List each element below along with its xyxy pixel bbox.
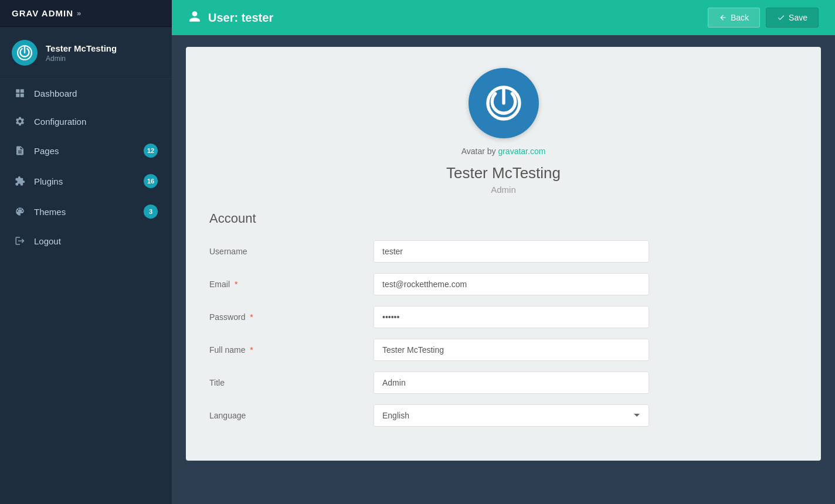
pages-icon bbox=[14, 145, 26, 156]
logout-icon bbox=[14, 235, 26, 247]
email-required-star: * bbox=[232, 280, 237, 289]
sidebar-item-dashboard[interactable]: Dashboard bbox=[0, 79, 172, 107]
password-row: Password * bbox=[209, 306, 797, 328]
language-row: Language EnglishFrenchGermanSpanish bbox=[209, 404, 797, 427]
main-area: User: tester Back Save bbox=[172, 0, 835, 504]
sidebar-item-label: Logout bbox=[34, 236, 61, 246]
gravatar-link[interactable]: gravatar.com bbox=[498, 147, 545, 156]
account-section: Account UsernameEmail *Password *Full na… bbox=[209, 211, 797, 427]
user-display-name: Tester McTesting bbox=[446, 164, 561, 182]
username-row: Username bbox=[209, 240, 797, 263]
title-row: Title bbox=[209, 372, 797, 394]
back-button[interactable]: Back bbox=[708, 8, 760, 28]
sidebar-item-label: Configuration bbox=[34, 117, 86, 127]
language-select[interactable]: EnglishFrenchGermanSpanish bbox=[374, 404, 649, 427]
email-label: Email * bbox=[209, 280, 374, 289]
sidebar-item-pages[interactable]: Pages 12 bbox=[0, 135, 172, 166]
sidebar-item-label: Pages bbox=[34, 146, 59, 156]
title-input[interactable] bbox=[374, 372, 649, 394]
sidebar-brand[interactable]: GRAV ADMIN » bbox=[0, 0, 172, 27]
form-card: Avatar by gravatar.com Tester McTesting … bbox=[186, 47, 821, 461]
avatar-caption: Avatar by gravatar.com bbox=[461, 147, 546, 156]
nav-badge-pages: 12 bbox=[144, 144, 158, 158]
password-label: Password * bbox=[209, 312, 374, 322]
plugins-icon bbox=[14, 175, 26, 187]
sidebar-item-configuration[interactable]: Configuration bbox=[0, 107, 172, 135]
dashboard-icon bbox=[14, 87, 26, 99]
password-input[interactable] bbox=[374, 306, 649, 328]
nav-badge-plugins: 16 bbox=[144, 174, 158, 188]
username-input[interactable] bbox=[374, 240, 649, 263]
sidebar-user-avatar-icon bbox=[12, 40, 38, 66]
save-button[interactable]: Save bbox=[766, 8, 819, 28]
sidebar-item-label: Themes bbox=[34, 207, 66, 217]
sidebar-user-info: Tester McTesting Admin bbox=[0, 27, 172, 79]
top-bar: User: tester Back Save bbox=[172, 0, 835, 35]
password-required-star: * bbox=[247, 312, 253, 322]
fullname-required-star: * bbox=[247, 345, 253, 355]
sidebar-user-name: Tester McTesting bbox=[46, 43, 117, 53]
content-area: Avatar by gravatar.com Tester McTesting … bbox=[172, 35, 835, 504]
configuration-icon bbox=[14, 115, 26, 127]
avatar-circle bbox=[469, 68, 539, 138]
username-label: Username bbox=[209, 247, 374, 256]
sidebar-nav: Dashboard Configuration Pages 12 Plugins… bbox=[0, 79, 172, 255]
top-bar-actions: Back Save bbox=[708, 8, 819, 28]
user-display-role: Admin bbox=[491, 185, 516, 195]
fullname-input[interactable] bbox=[374, 339, 649, 361]
sidebar: GRAV ADMIN » Tester McTesting Admin Dash… bbox=[0, 0, 172, 504]
email-row: Email * bbox=[209, 273, 797, 295]
account-title: Account bbox=[209, 211, 797, 226]
sidebar-item-plugins[interactable]: Plugins 16 bbox=[0, 166, 172, 196]
brand-chevron: » bbox=[77, 9, 82, 18]
brand-label: GRAV ADMIN bbox=[12, 8, 73, 18]
form-rows: UsernameEmail *Password *Full name *Titl… bbox=[209, 240, 797, 394]
avatar-section: Avatar by gravatar.com Tester McTesting … bbox=[209, 68, 797, 195]
fullname-label: Full name * bbox=[209, 345, 374, 355]
sidebar-item-themes[interactable]: Themes 3 bbox=[0, 196, 172, 227]
user-icon bbox=[188, 10, 201, 26]
sidebar-item-label: Plugins bbox=[34, 176, 63, 186]
title-label: Title bbox=[209, 378, 374, 387]
sidebar-item-label: Dashboard bbox=[34, 88, 77, 98]
language-label: Language bbox=[209, 411, 374, 420]
fullname-row: Full name * bbox=[209, 339, 797, 361]
sidebar-item-logout[interactable]: Logout bbox=[0, 227, 172, 255]
nav-badge-themes: 3 bbox=[144, 205, 158, 219]
page-title: User: tester bbox=[208, 11, 273, 25]
email-input[interactable] bbox=[374, 273, 649, 295]
sidebar-user-role: Admin bbox=[46, 55, 117, 63]
themes-icon bbox=[14, 206, 26, 217]
page-title-area: User: tester bbox=[188, 10, 708, 26]
